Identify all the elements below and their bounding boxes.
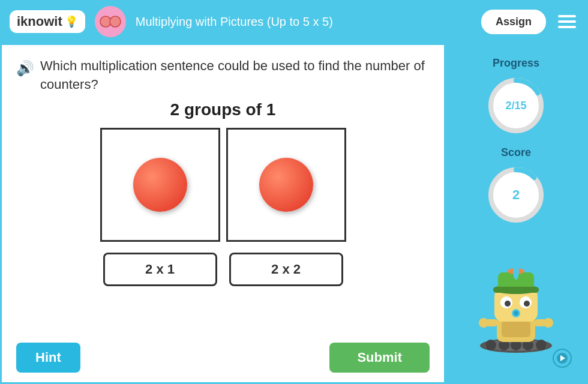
group-label: 2 groups of 1 [16, 100, 430, 119]
counter-circle-1 [133, 158, 187, 212]
svg-point-9 [485, 340, 496, 350]
logo-text: iknowit [17, 14, 62, 29]
counter-box-2 [226, 128, 346, 242]
counters-area [16, 128, 430, 242]
lesson-icon [95, 6, 126, 37]
score-circle: 2 [486, 165, 546, 225]
svg-point-1 [110, 16, 121, 27]
assign-button[interactable]: Assign [481, 10, 546, 34]
question-text: Which multiplication sentence could be u… [40, 57, 430, 94]
sidebar: Progress 2/15 Score 2 [444, 43, 588, 384]
app-header: iknowit 💡 Multiplying with Pictures (Up … [0, 0, 588, 43]
menu-button[interactable] [556, 13, 578, 31]
arrow-icon [557, 353, 568, 364]
progress-label: Progress [493, 57, 539, 70]
question-area: 🔊 Which multiplication sentence could be… [16, 57, 430, 94]
svg-rect-30 [493, 287, 539, 293]
counter-box-1 [100, 128, 220, 242]
svg-point-27 [514, 311, 518, 316]
svg-rect-15 [502, 320, 530, 337]
svg-point-18 [479, 318, 488, 328]
answer-choices: 2 x 1 2 x 2 [16, 253, 430, 286]
question-panel: 🔊 Which multiplication sentence could be… [0, 43, 444, 384]
svg-point-24 [505, 301, 511, 307]
submit-button[interactable]: Submit [329, 343, 430, 373]
hint-button[interactable]: Hint [16, 343, 80, 373]
menu-line-3 [558, 26, 576, 28]
score-label: Score [501, 146, 531, 159]
score-value: 2 [512, 187, 520, 203]
lesson-title: Multiplying with Pictures (Up to 5 x 5) [136, 15, 472, 29]
progress-circle: 2/15 [486, 76, 546, 136]
logo-icon: 💡 [65, 15, 78, 28]
svg-point-13 [536, 340, 547, 350]
sound-icon[interactable]: 🔊 [16, 58, 34, 79]
svg-point-25 [524, 301, 530, 307]
progress-value: 2/15 [505, 100, 526, 112]
svg-point-19 [544, 318, 553, 328]
menu-line-2 [558, 20, 576, 23]
menu-line-1 [558, 15, 576, 17]
robot-character [474, 266, 558, 353]
counter-circle-2 [259, 158, 313, 212]
robot-area [453, 236, 579, 353]
answer-button-1[interactable]: 2 x 1 [103, 253, 217, 286]
action-buttons: Hint Submit [16, 343, 430, 373]
answer-button-2[interactable]: 2 x 2 [229, 253, 343, 286]
main-content: 🔊 Which multiplication sentence could be… [0, 43, 588, 384]
nav-arrow[interactable] [553, 349, 572, 368]
logo: iknowit 💡 [10, 10, 85, 33]
